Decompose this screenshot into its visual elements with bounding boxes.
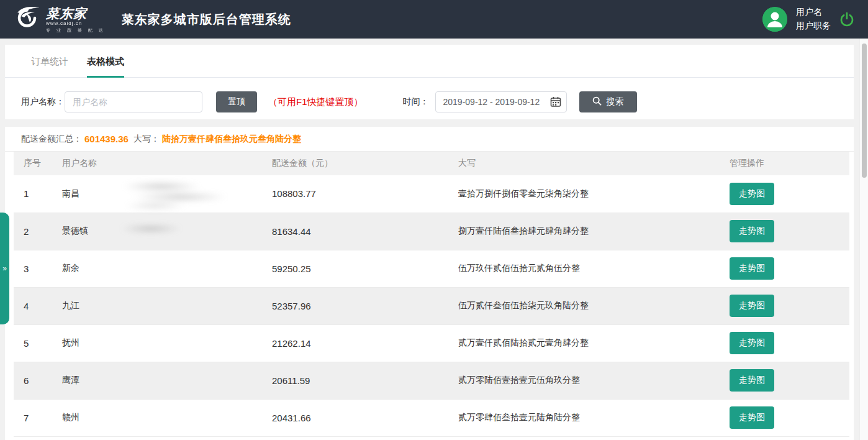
delivery-table: 序号 用户名称 配送金额（元） 大写 管理操作 1 南昌 108803.77 壹… — [14, 152, 849, 437]
username-input[interactable] — [65, 91, 202, 112]
city-name: 南昌 — [62, 188, 79, 198]
tab-order-stats[interactable]: 订单统计 — [31, 56, 68, 77]
user-role: 用户职务 — [796, 19, 831, 33]
cell-capital: 贰万零陆佰壹拾壹元伍角玖分整 — [448, 362, 720, 399]
table-row: 3 新余 59250.25 伍万玖仟贰佰伍拾元贰角伍分整 走势图 — [14, 250, 849, 287]
search-button-label: 搜索 — [607, 96, 624, 108]
summary-bar: 配送金额汇总： 601439.36 大写： 陆拾万壹仟肆佰叁拾玖元叁角陆分整 — [5, 127, 854, 152]
cell-username: 南昌 — [52, 175, 262, 213]
username-label: 用户名称： — [21, 96, 65, 108]
avatar[interactable] — [762, 7, 787, 32]
cell-index: 7 — [14, 399, 52, 436]
shortcut-hint: （可用F1快捷键置顶） — [268, 96, 363, 108]
cell-capital: 伍万贰仟叁佰伍拾柒元玖角陆分整 — [448, 287, 720, 324]
logout-power-icon[interactable] — [839, 12, 854, 27]
logo-slogan: 专 业 蔬 菜 配 送 — [46, 28, 106, 32]
table-row: 4 九江 52357.96 伍万贰仟叁佰伍拾柒元玖角陆分整 走势图 — [14, 287, 849, 324]
date-range-input[interactable] — [435, 91, 567, 112]
redacted-text — [112, 179, 236, 209]
table-row: 7 赣州 20431.66 贰万零肆佰叁拾壹元陆角陆分整 走势图 — [14, 399, 849, 436]
app-logo: 菜东家 www.caidj.cn 专 业 蔬 菜 配 送 — [14, 5, 106, 34]
cell-index: 4 — [14, 287, 52, 324]
col-header-index: 序号 — [14, 152, 52, 175]
chevron-double-right-icon: » — [2, 264, 7, 273]
logo-swirl-icon — [14, 5, 42, 34]
trend-chart-button[interactable]: 走势图 — [730, 220, 774, 242]
sidebar-expand-toggle[interactable]: » — [0, 213, 9, 324]
page-title: 菜东家多城市版后台管理系统 — [122, 11, 291, 28]
cell-capital: 伍万玖仟贰佰伍拾元贰角伍分整 — [448, 250, 720, 287]
summary-capital-value: 陆拾万壹仟肆佰叁拾玖元叁角陆分整 — [162, 134, 301, 145]
cell-amount: 20611.59 — [262, 362, 448, 399]
cell-amount: 81634.44 — [262, 213, 448, 250]
pin-top-button[interactable]: 置顶 — [216, 91, 257, 112]
logo-text: 菜东家 www.caidj.cn 专 业 蔬 菜 配 送 — [46, 7, 106, 32]
table-row: 6 鹰潭 20611.59 贰万零陆佰壹拾壹元伍角玖分整 走势图 — [14, 362, 849, 399]
col-header-username: 用户名称 — [52, 152, 262, 175]
cell-capital: 贰万壹仟贰佰陆拾贰元壹角肆分整 — [448, 324, 720, 362]
tab-bar: 订单统计 表格模式 — [5, 45, 854, 78]
user-meta: 用户名 用户职务 — [796, 6, 831, 32]
city-name: 鹰潭 — [62, 375, 79, 385]
city-name: 抚州 — [62, 337, 79, 347]
tab-table-mode[interactable]: 表格模式 — [87, 56, 124, 78]
cell-capital: 贰万零肆佰叁拾壹元陆角陆分整 — [448, 399, 720, 436]
table-row: 1 南昌 108803.77 壹拾万捌仟捌佰零叁元柒角柒分整 走势图 — [14, 175, 849, 213]
table-row: 2 景德镇 81634.44 捌万壹仟陆佰叁拾肆元肆角肆分整 走势图 — [14, 213, 849, 250]
app-header: 菜东家 www.caidj.cn 专 业 蔬 菜 配 送 菜东家多城市版后台管理… — [0, 0, 868, 39]
cell-capital: 壹拾万捌仟捌佰零叁元柒角柒分整 — [448, 175, 720, 213]
cell-username: 赣州 — [52, 399, 262, 436]
table-row: 5 抚州 21262.14 贰万壹仟贰佰陆拾贰元壹角肆分整 走势图 — [14, 324, 849, 362]
col-header-actions: 管理操作 — [720, 152, 849, 175]
summary-capital-label: 大写： — [133, 134, 160, 145]
trend-chart-button[interactable]: 走势图 — [730, 295, 774, 317]
logo-brand: 菜东家 — [46, 7, 106, 20]
cell-index: 2 — [14, 213, 52, 250]
cell-username: 抚州 — [52, 324, 262, 362]
cell-username: 新余 — [52, 250, 262, 287]
col-header-capital: 大写 — [448, 152, 720, 175]
cell-index: 5 — [14, 324, 52, 362]
redacted-text — [112, 221, 199, 237]
summary-total-label: 配送金额汇总： — [21, 134, 82, 145]
trend-chart-button[interactable]: 走势图 — [730, 406, 774, 429]
cell-amount: 21262.14 — [262, 324, 448, 362]
search-icon — [592, 96, 602, 108]
cell-username: 景德镇 — [52, 213, 262, 250]
cell-capital: 捌万壹仟陆佰叁拾肆元肆角肆分整 — [448, 213, 720, 250]
trend-chart-button[interactable]: 走势图 — [730, 183, 774, 205]
city-name: 新余 — [62, 263, 79, 273]
filter-panel: 订单统计 表格模式 用户名称： 置顶 （可用F1快捷键置顶） 时间： — [5, 45, 854, 119]
cell-amount: 20431.66 — [262, 399, 448, 436]
cell-index: 6 — [14, 362, 52, 399]
trend-chart-button[interactable]: 走势图 — [730, 332, 774, 354]
table-header-row: 序号 用户名称 配送金额（元） 大写 管理操作 — [14, 152, 849, 175]
cell-index: 1 — [14, 175, 52, 213]
city-name: 景德镇 — [62, 226, 88, 236]
summary-total-value: 601439.36 — [84, 134, 129, 144]
user-name: 用户名 — [796, 6, 831, 19]
vertical-scrollbar[interactable] — [859, 39, 868, 440]
cell-amount: 108803.77 — [262, 175, 448, 213]
cell-username: 鹰潭 — [52, 362, 262, 399]
scrollbar-thumb[interactable] — [862, 44, 867, 178]
logo-url: www.caidj.cn — [46, 21, 106, 26]
city-name: 九江 — [62, 300, 79, 310]
cell-amount: 59250.25 — [262, 250, 448, 287]
city-name: 赣州 — [62, 412, 79, 422]
time-label: 时间： — [403, 96, 429, 108]
search-button[interactable]: 搜索 — [579, 91, 637, 112]
cell-amount: 52357.96 — [262, 287, 448, 324]
table-panel: 配送金额汇总： 601439.36 大写： 陆拾万壹仟肆佰叁拾玖元叁角陆分整 序… — [5, 127, 854, 440]
trend-chart-button[interactable]: 走势图 — [730, 257, 774, 280]
cell-username: 九江 — [52, 287, 262, 324]
cell-index: 3 — [14, 250, 52, 287]
col-header-amount: 配送金额（元） — [262, 152, 448, 175]
trend-chart-button[interactable]: 走势图 — [730, 369, 774, 392]
